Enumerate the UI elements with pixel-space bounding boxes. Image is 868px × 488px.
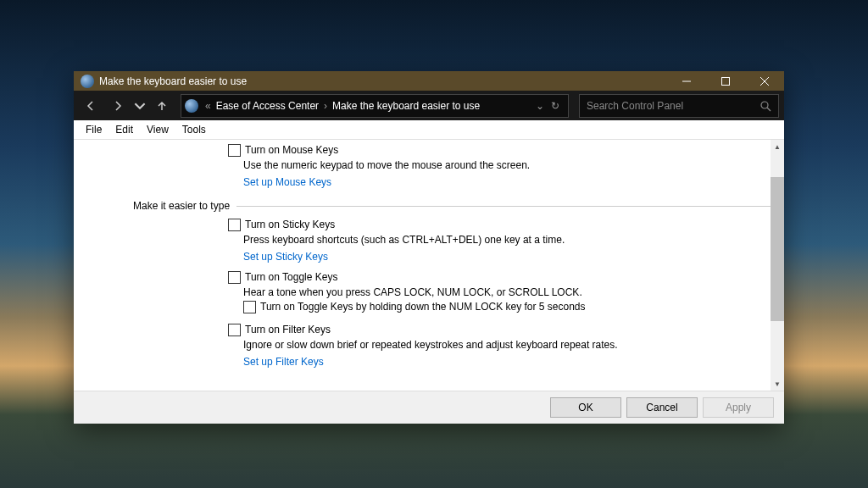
scroll-down-button[interactable]: ▼ <box>771 377 784 391</box>
window-title: Make the keyboard easier to use <box>99 75 667 87</box>
setup-mouse-keys-link[interactable]: Set up Mouse Keys <box>243 176 771 188</box>
search-input[interactable]: Search Control Panel <box>579 94 779 118</box>
toggle-keys-numlock-checkbox[interactable] <box>243 301 256 313</box>
ease-of-access-icon <box>81 75 94 88</box>
svg-point-4 <box>761 102 768 108</box>
scrollbar[interactable]: ▲ ▼ <box>771 140 784 391</box>
scroll-up-button[interactable]: ▲ <box>771 140 784 153</box>
cancel-button[interactable]: Cancel <box>626 397 698 418</box>
breadcrumb-segment[interactable]: Ease of Access Center <box>213 100 322 112</box>
mouse-keys-label: Turn on Mouse Keys <box>245 144 338 157</box>
close-button[interactable] <box>745 71 784 91</box>
menu-view[interactable]: View <box>140 122 175 137</box>
control-panel-window: Make the keyboard easier to use « Ease o… <box>74 71 784 424</box>
search-placeholder: Search Control Panel <box>587 100 760 112</box>
mouse-keys-description: Use the numeric keypad to move the mouse… <box>243 159 718 171</box>
breadcrumb-separator-icon: « <box>203 100 213 112</box>
setup-sticky-keys-link[interactable]: Set up Sticky Keys <box>243 251 771 263</box>
ok-button[interactable]: OK <box>550 397 621 418</box>
menu-bar: File Edit View Tools <box>74 120 784 140</box>
address-bar[interactable]: « Ease of Access Center › Make the keybo… <box>181 94 569 118</box>
recent-dropdown[interactable] <box>133 94 147 118</box>
setup-filter-keys-link[interactable]: Set up Filter Keys <box>243 356 771 368</box>
menu-file[interactable]: File <box>79 122 108 137</box>
maximize-button[interactable] <box>706 71 745 91</box>
sticky-keys-description: Press keyboard shortcuts (such as CTRL+A… <box>243 234 718 246</box>
ease-of-access-icon <box>185 99 198 113</box>
menu-tools[interactable]: Tools <box>175 122 213 137</box>
sticky-keys-checkbox[interactable] <box>228 219 241 231</box>
minimize-button[interactable] <box>667 71 706 91</box>
scroll-track[interactable] <box>771 153 784 377</box>
svg-rect-1 <box>722 77 730 85</box>
search-icon <box>760 100 771 112</box>
filter-keys-checkbox[interactable] <box>228 324 241 336</box>
toggle-keys-description: Hear a tone when you press CAPS LOCK, NU… <box>243 286 718 298</box>
toggle-keys-label: Turn on Toggle Keys <box>245 271 337 284</box>
back-button[interactable] <box>79 94 103 118</box>
svg-line-5 <box>767 108 771 111</box>
button-bar: OK Cancel Apply <box>74 391 784 424</box>
section-header-type: Make it easier to type <box>133 200 771 212</box>
apply-button: Apply <box>703 397 774 418</box>
chevron-right-icon[interactable]: › <box>322 100 329 112</box>
desktop-wallpaper: Make the keyboard easier to use « Ease o… <box>0 0 868 488</box>
content-pane: Turn on Mouse Keys Use the numeric keypa… <box>74 140 784 391</box>
chevron-down-icon[interactable]: ⌄ <box>536 100 544 112</box>
filter-keys-label: Turn on Filter Keys <box>245 324 331 336</box>
titlebar: Make the keyboard easier to use <box>74 71 784 91</box>
toggle-keys-checkbox[interactable] <box>228 271 241 284</box>
up-button[interactable] <box>150 94 174 118</box>
navigation-bar: « Ease of Access Center › Make the keybo… <box>74 91 784 120</box>
forward-button[interactable] <box>106 94 130 118</box>
toggle-keys-numlock-label: Turn on Toggle Keys by holding down the … <box>260 301 586 313</box>
mouse-keys-checkbox[interactable] <box>228 144 241 157</box>
filter-keys-description: Ignore or slow down brief or repeated ke… <box>243 339 718 351</box>
divider <box>236 206 771 207</box>
menu-edit[interactable]: Edit <box>108 122 140 137</box>
sticky-keys-label: Turn on Sticky Keys <box>245 219 335 231</box>
breadcrumb-segment[interactable]: Make the keyboard easier to use <box>329 100 483 112</box>
refresh-icon[interactable]: ↻ <box>551 100 559 112</box>
scroll-thumb[interactable] <box>771 177 784 321</box>
